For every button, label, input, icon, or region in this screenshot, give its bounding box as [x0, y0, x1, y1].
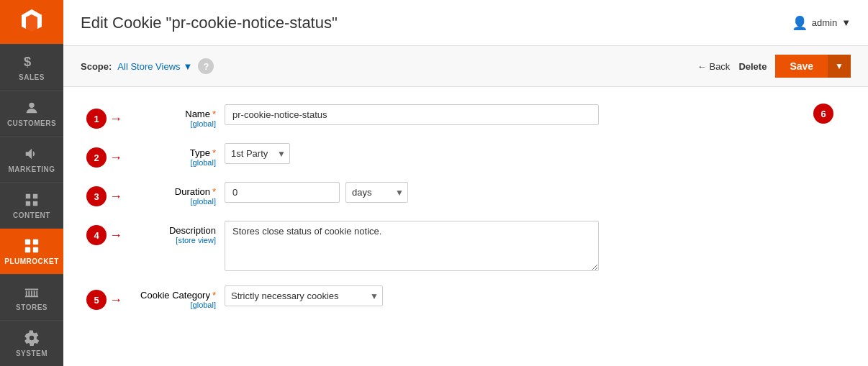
sidebar-item-marketing[interactable]: MARKETING — [0, 136, 63, 182]
save-button[interactable]: Save — [775, 55, 828, 78]
form-row-type: 2 → Type* [global] 1st Party 3rd Party ▼ — [86, 143, 845, 168]
sidebar-item-system[interactable]: SYSTEM — [0, 320, 63, 366]
grid-icon — [24, 191, 40, 209]
type-label: Type* — [190, 147, 216, 158]
sidebar-item-label: STORES — [16, 303, 48, 311]
cookie-category-select-wrapper: Strictly necessary cookies Performance c… — [225, 285, 383, 306]
scope-chevron-icon: ▼ — [184, 61, 193, 72]
sidebar-item-stores[interactable]: STORES — [0, 274, 63, 320]
plum-icon — [24, 237, 40, 255]
scope-area: Scope: All Store Views ▼ ? — [81, 58, 214, 74]
annotation-2-area: 2 → — [86, 143, 125, 168]
annotation-1-area: 1 → — [86, 104, 125, 129]
type-control: 1st Party 3rd Party ▼ — [225, 143, 845, 164]
dollar-icon: $ — [24, 53, 40, 70]
cookie-category-scope: [global] — [191, 301, 216, 309]
duration-unit-select[interactable]: days hours minutes seconds — [345, 182, 408, 203]
toolbar-actions: ← Back Delete Save ▼ 6 — [697, 55, 851, 78]
cookie-category-select[interactable]: Strictly necessary cookies Performance c… — [225, 285, 383, 306]
svg-rect-9 — [25, 239, 30, 244]
toolbar: Scope: All Store Views ▼ ? ← Back Delete… — [63, 46, 868, 87]
scope-label: Scope: — [81, 61, 112, 72]
scope-select[interactable]: All Store Views ▼ — [117, 61, 192, 72]
svg-rect-6 — [33, 194, 37, 198]
form-row-description: 4 → Description [store view] Stores clos… — [86, 221, 845, 271]
cookie-category-label: Cookie Category* — [140, 290, 216, 301]
type-scope: [global] — [191, 158, 216, 167]
sidebar-item-label: SALES — [19, 73, 45, 81]
annotation-6: 6 — [813, 104, 833, 124]
gear-icon — [24, 329, 40, 347]
svg-rect-7 — [26, 201, 30, 206]
sidebar-item-sales[interactable]: $ SALES — [0, 44, 63, 90]
annotation-3-area: 3 → — [86, 182, 125, 206]
annotation-badge-1: 1 — [86, 109, 107, 129]
top-header: Edit Cookie "pr-cookie-notice-status" 👤 … — [63, 0, 868, 46]
name-label: Name* — [185, 109, 216, 119]
cookie-category-label-group: Cookie Category* [global] — [131, 285, 225, 309]
magento-logo-icon — [16, 6, 48, 38]
user-icon: 👤 — [792, 15, 808, 31]
annotation-arrow-2: → — [109, 150, 122, 165]
name-scope: [global] — [191, 119, 216, 128]
svg-marker-1 — [26, 14, 37, 32]
annotation-badge-5: 5 — [86, 290, 107, 310]
duration-input[interactable] — [225, 182, 340, 203]
form-row-cookie-category: 5 → Cookie Category* [global] Strictly n… — [86, 285, 845, 310]
megaphone-icon — [24, 145, 40, 163]
form-row-duration: 3 → Duration* [global] days hours minute… — [86, 182, 845, 206]
name-control — [225, 104, 845, 125]
sidebar-item-label: CUSTOMERS — [7, 119, 56, 127]
description-textarea[interactable]: Stores close status of cookie notice. — [225, 221, 599, 271]
svg-text:$: $ — [24, 54, 32, 69]
type-select[interactable]: 1st Party 3rd Party — [225, 143, 290, 164]
type-label-group: Type* [global] — [131, 143, 225, 167]
description-label-group: Description [store view] — [131, 221, 225, 244]
annotation-arrow-1: → — [109, 111, 122, 127]
form-row-name: 1 → Name* [global] — [86, 104, 845, 129]
annotation-badge-4: 4 — [86, 225, 107, 245]
annotation-5-area: 5 → — [86, 285, 125, 310]
person-icon — [24, 99, 40, 116]
user-dropdown-icon: ▼ — [841, 17, 851, 28]
sidebar-item-label: PLUMROCKET — [4, 257, 59, 265]
sidebar-item-label: SYSTEM — [16, 349, 48, 357]
description-scope: [store view] — [176, 236, 216, 244]
sidebar-item-content[interactable]: CONTENT — [0, 182, 63, 228]
main-content: Edit Cookie "pr-cookie-notice-status" 👤 … — [63, 0, 868, 366]
svg-point-4 — [29, 103, 34, 108]
type-required: * — [212, 147, 216, 158]
name-label-group: Name* [global] — [131, 104, 225, 128]
annotation-badge-3: 3 — [86, 186, 107, 206]
svg-rect-5 — [26, 194, 30, 198]
back-button[interactable]: ← Back — [697, 61, 731, 72]
sidebar-logo[interactable] — [0, 0, 63, 44]
duration-label: Duration* — [175, 186, 216, 197]
duration-control: days hours minutes seconds ▼ — [225, 182, 845, 203]
duration-unit-wrapper: days hours minutes seconds ▼ — [345, 182, 408, 203]
svg-rect-10 — [33, 239, 38, 244]
sidebar: $ SALES CUSTOMERS MARKETING CONTENT PLUM… — [0, 0, 63, 366]
annotation-4-area: 4 → — [86, 221, 125, 245]
delete-button[interactable]: Delete — [738, 61, 767, 72]
name-input[interactable] — [225, 104, 599, 125]
page-title: Edit Cookie "pr-cookie-notice-status" — [81, 14, 338, 32]
help-icon[interactable]: ? — [198, 58, 214, 74]
sidebar-item-label: MARKETING — [8, 165, 55, 173]
type-select-wrapper: 1st Party 3rd Party ▼ — [225, 143, 290, 164]
save-dropdown-button[interactable]: ▼ — [828, 55, 851, 78]
annotation-badge-2: 2 — [86, 147, 107, 168]
username: admin — [812, 17, 837, 28]
save-group: Save ▼ 6 — [775, 55, 851, 78]
user-area[interactable]: 👤 admin ▼ — [792, 15, 851, 31]
svg-rect-11 — [25, 247, 30, 252]
annotation-arrow-3: → — [109, 189, 122, 204]
description-label: Description — [169, 225, 216, 236]
cookie-category-required: * — [212, 290, 216, 301]
sidebar-item-customers[interactable]: CUSTOMERS — [0, 90, 63, 136]
duration-required: * — [212, 186, 216, 197]
scope-value: All Store Views — [117, 61, 180, 72]
cookie-category-control: Strictly necessary cookies Performance c… — [225, 285, 845, 306]
store-icon — [24, 283, 40, 301]
sidebar-item-plumrocket[interactable]: PLUMROCKET — [0, 228, 63, 274]
